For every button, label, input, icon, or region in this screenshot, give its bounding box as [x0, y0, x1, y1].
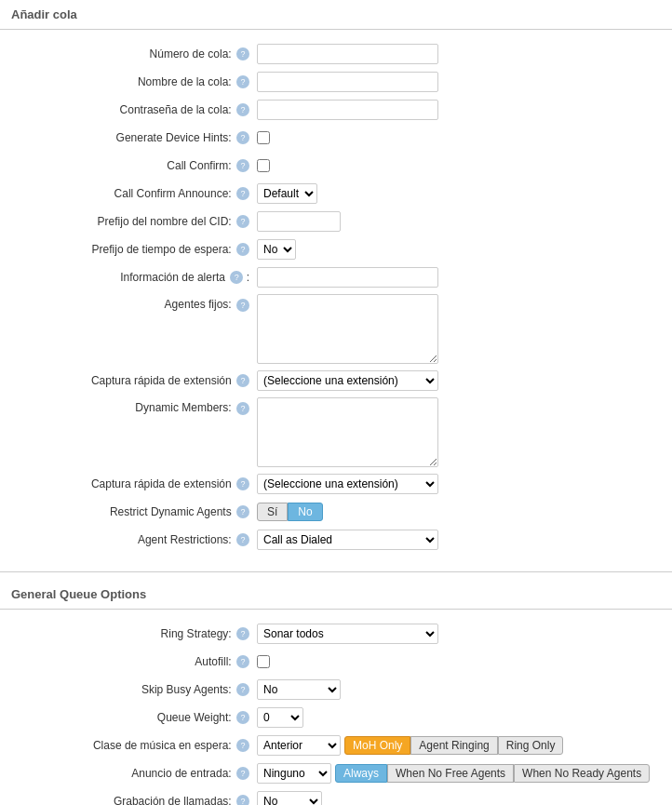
nombre-cola-row: Nombre de la cola: ? — [15, 71, 657, 93]
ring-strategy-help-icon[interactable]: ? — [236, 627, 249, 640]
generate-device-label: Generate Device Hints: ? — [15, 131, 257, 145]
autofill-row: Autofill: ? — [15, 651, 657, 673]
clase-musica-label: Clase de música en espera: ? — [15, 739, 257, 753]
skip-busy-label: Skip Busy Agents: ? — [15, 683, 257, 697]
contrasena-help-icon[interactable]: ? — [236, 103, 249, 116]
call-confirm-announce-select[interactable]: Default — [257, 183, 317, 204]
agent-ringing-button[interactable]: Agent Ringing — [410, 736, 497, 755]
restrict-si-button[interactable]: Sí — [257, 503, 288, 521]
numero-cola-label: Número de cola: ? — [15, 47, 257, 61]
prefijo-cid-help-icon[interactable]: ? — [236, 215, 249, 228]
grabacion-label: Grabación de llamadas: ? — [15, 795, 257, 805]
ring-strategy-row: Ring Strategy: ? Sonar todos — [15, 623, 657, 645]
grabacion-select[interactable]: No Yes — [257, 791, 322, 805]
when-no-ready-button[interactable]: When No Ready Agents — [514, 764, 650, 783]
restrict-dynamic-row: Restrict Dynamic Agents ? Sí No — [15, 501, 657, 523]
contrasena-label: Contraseña de la cola: ? — [15, 103, 257, 117]
restrict-dynamic-label: Restrict Dynamic Agents ? — [15, 505, 257, 519]
moh-select[interactable]: Anterior — [257, 735, 341, 756]
contrasena-row: Contraseña de la cola: ? — [15, 99, 657, 121]
grabacion-help-icon[interactable]: ? — [236, 795, 249, 805]
restrict-no-button[interactable]: No — [288, 503, 322, 521]
moh-buttons: MoH Only Agent Ringing Ring Only — [344, 736, 563, 755]
restrict-dynamic-help-icon[interactable]: ? — [236, 505, 249, 518]
queue-weight-help-icon[interactable]: ? — [236, 711, 249, 724]
always-button[interactable]: Always — [335, 764, 387, 783]
call-confirm-announce-help-icon[interactable]: ? — [236, 187, 249, 200]
queue-weight-row: Queue Weight: ? 0 1 — [15, 706, 657, 729]
agent-restrictions-row: Agent Restrictions: ? Call as Dialed — [15, 529, 657, 551]
contrasena-input[interactable] — [257, 100, 438, 120]
prefijo-tiempo-help-icon[interactable]: ? — [236, 243, 249, 256]
dynamic-members-label: Dynamic Members: ? — [15, 397, 257, 415]
numero-cola-input[interactable] — [257, 44, 438, 64]
info-alerta-label: Información de alerta ? : — [15, 271, 257, 285]
section-divider — [0, 571, 672, 572]
main-form: Número de cola: ? Nombre de la cola: ? C… — [0, 39, 672, 566]
dynamic-members-row: Dynamic Members: ? — [15, 397, 657, 467]
captura-ext1-select[interactable]: (Seleccione una extensión) — [257, 370, 438, 391]
autofill-checkbox[interactable] — [257, 655, 270, 668]
prefijo-cid-row: Prefijo del nombre del CID: ? — [15, 210, 657, 233]
ring-only-button[interactable]: Ring Only — [498, 736, 564, 755]
call-confirm-checkbox[interactable] — [257, 159, 270, 172]
call-confirm-label: Call Confirm: ? — [15, 159, 257, 173]
when-no-free-button[interactable]: When No Free Agents — [387, 764, 514, 783]
captura-ext1-row: Captura rápida de extensión ? (Seleccion… — [15, 369, 657, 392]
agent-restrictions-select[interactable]: Call as Dialed — [257, 530, 438, 550]
anuncio-controls: Ninguno Always When No Free Agents When … — [257, 763, 650, 784]
agentes-fijos-label: Agentes fijos: ? — [15, 294, 257, 312]
info-alerta-help-icon[interactable]: ? — [230, 271, 243, 284]
call-confirm-help-icon[interactable]: ? — [236, 159, 249, 172]
nombre-cola-input[interactable] — [257, 72, 438, 92]
generate-device-help-icon[interactable]: ? — [236, 131, 249, 144]
queue-weight-select[interactable]: 0 1 — [257, 707, 303, 728]
agentes-fijos-help-icon[interactable]: ? — [236, 299, 249, 312]
general-queue-header: General Queue Options — [0, 580, 672, 610]
ring-strategy-select[interactable]: Sonar todos — [257, 624, 438, 644]
nombre-cola-label: Nombre de la cola: ? — [15, 75, 257, 89]
captura-ext1-help-icon[interactable]: ? — [236, 374, 249, 387]
clase-musica-help-icon[interactable]: ? — [236, 739, 249, 752]
prefijo-cid-input[interactable] — [257, 211, 341, 232]
info-alerta-input[interactable] — [257, 267, 438, 288]
prefijo-tiempo-select[interactable]: No Sí — [257, 239, 296, 260]
captura-ext2-label: Captura rápida de extensión ? — [15, 477, 257, 491]
anuncio-buttons: Always When No Free Agents When No Ready… — [335, 764, 650, 783]
dynamic-members-textarea[interactable] — [257, 397, 438, 467]
captura-ext2-help-icon[interactable]: ? — [236, 477, 249, 490]
captura-ext2-row: Captura rápida de extensión ? (Seleccion… — [15, 473, 657, 495]
dynamic-members-help-icon[interactable]: ? — [236, 402, 249, 415]
restrict-dynamic-toggle: Sí No — [257, 503, 323, 521]
call-confirm-announce-label: Call Confirm Announce: ? — [15, 187, 257, 201]
skip-busy-row: Skip Busy Agents: ? No Yes — [15, 678, 657, 701]
autofill-help-icon[interactable]: ? — [236, 655, 249, 668]
anuncio-help-icon[interactable]: ? — [236, 767, 249, 780]
skip-busy-help-icon[interactable]: ? — [236, 683, 249, 696]
captura-ext1-label: Captura rápida de extensión ? — [15, 374, 257, 388]
clase-musica-controls: Anterior MoH Only Agent Ringing Ring Onl… — [257, 735, 563, 756]
ring-strategy-label: Ring Strategy: ? — [15, 627, 257, 641]
clase-musica-row: Clase de música en espera: ? Anterior Mo… — [15, 734, 657, 757]
agent-restrictions-help-icon[interactable]: ? — [236, 533, 249, 546]
queue-weight-label: Queue Weight: ? — [15, 711, 257, 725]
moh-only-button[interactable]: MoH Only — [344, 736, 410, 755]
numero-cola-row: Número de cola: ? — [15, 43, 657, 65]
captura-ext2-select[interactable]: (Seleccione una extensión) — [257, 474, 438, 494]
nombre-cola-help-icon[interactable]: ? — [236, 75, 249, 88]
prefijo-tiempo-row: Prefijo de tiempo de espera: ? No Sí — [15, 238, 657, 261]
section-header: Añadir cola — [0, 0, 672, 30]
generate-device-checkbox[interactable] — [257, 131, 270, 144]
anuncio-row: Anuncio de entrada: ? Ninguno Always Whe… — [15, 762, 657, 785]
agentes-fijos-textarea[interactable] — [257, 294, 438, 364]
skip-busy-select[interactable]: No Yes — [257, 679, 341, 700]
autofill-label: Autofill: ? — [15, 655, 257, 669]
general-queue-form: Ring Strategy: ? Sonar todos Autofill: ?… — [0, 619, 672, 805]
anuncio-select[interactable]: Ninguno — [257, 763, 331, 784]
agent-restrictions-label: Agent Restrictions: ? — [15, 533, 257, 547]
call-confirm-announce-row: Call Confirm Announce: ? Default — [15, 182, 657, 205]
numero-cola-help-icon[interactable]: ? — [236, 47, 249, 60]
call-confirm-row: Call Confirm: ? — [15, 154, 657, 177]
prefijo-tiempo-label: Prefijo de tiempo de espera: ? — [15, 243, 257, 257]
anuncio-label: Anuncio de entrada: ? — [15, 767, 257, 781]
